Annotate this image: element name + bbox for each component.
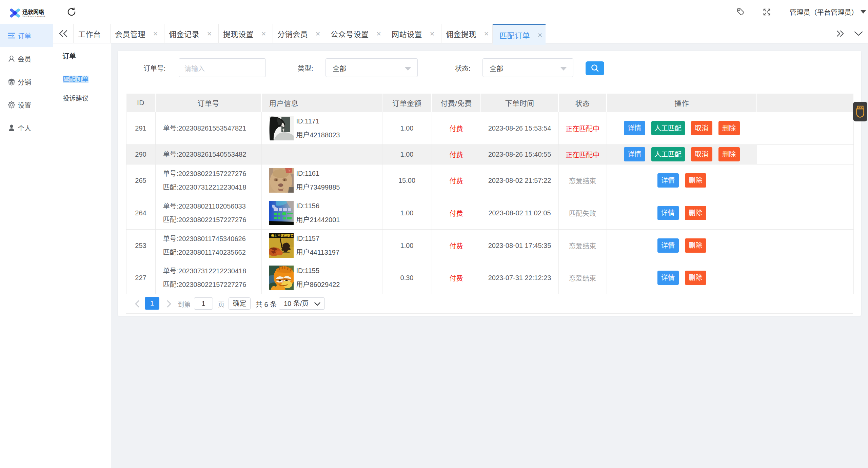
svg-text:勇士不该被嘲笑: 勇士不该被嘲笑 — [271, 234, 294, 237]
